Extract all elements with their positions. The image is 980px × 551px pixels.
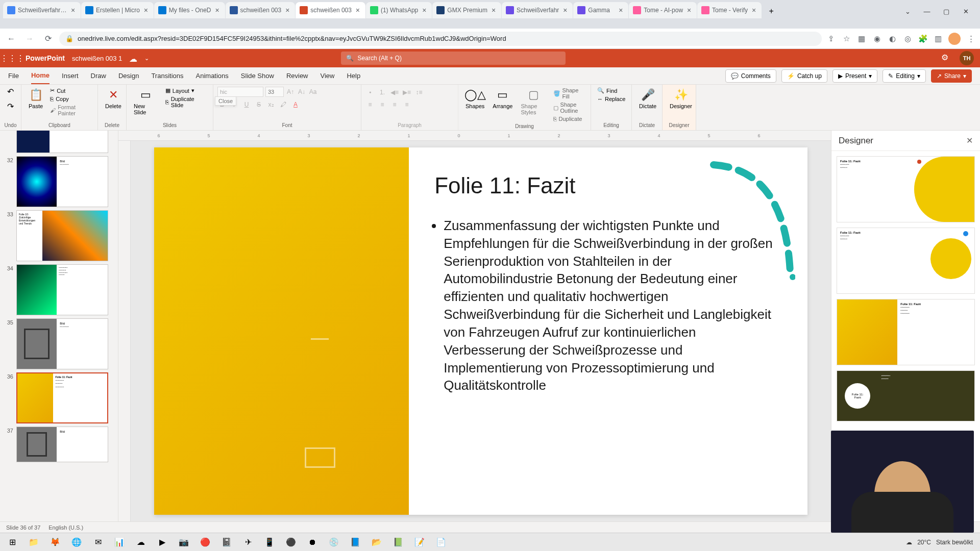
shape-styles-button[interactable]: ▢Shape Styles — [518, 87, 549, 116]
dictate-button[interactable]: 🎤Dictate — [636, 87, 659, 110]
find-button[interactable]: 🔍Find — [595, 87, 627, 94]
taskbar-outlook[interactable]: ✉ — [88, 534, 108, 550]
align-center-button[interactable]: ≡ — [378, 100, 387, 109]
extension-icon[interactable]: ▥ — [933, 34, 943, 44]
bullets-button[interactable]: ⦁ — [365, 88, 375, 97]
browser-tab[interactable]: Schweißverfahren× — [3, 2, 81, 18]
duplicate-slide-button[interactable]: ⎘Duplicate Slide — [163, 95, 209, 109]
close-icon[interactable]: × — [561, 7, 569, 14]
change-case-icon[interactable]: Aa — [308, 87, 317, 96]
tab-help[interactable]: Help — [347, 68, 360, 84]
duplicate-button[interactable]: ⎘Duplicate — [551, 115, 586, 122]
taskbar-app[interactable]: ⏺ — [302, 534, 323, 550]
numbering-button[interactable]: 1. — [378, 88, 387, 97]
extension-icon[interactable]: ◐ — [887, 34, 897, 44]
browser-tab[interactable]: Gamma× — [573, 2, 628, 18]
designer-button[interactable]: ✨Designer — [667, 87, 695, 110]
increase-font-icon[interactable]: A↑ — [286, 87, 295, 96]
chevron-down-icon[interactable]: ⌄ — [144, 55, 149, 62]
menu-icon[interactable]: ⋮ — [966, 34, 976, 44]
design-suggestion[interactable]: Folie 11:Fazit▪▪▪▪▪▪▪▪▪▪▪▪▪▪▪▪▪▪ — [837, 370, 975, 421]
close-button[interactable]: ✕ — [957, 4, 975, 18]
increase-indent-button[interactable]: ▶≡ — [402, 88, 411, 97]
close-icon[interactable]: × — [142, 7, 150, 14]
extension-icon[interactable]: ◉ — [872, 34, 882, 44]
arrange-button[interactable]: ▭Arrange — [489, 87, 516, 110]
tab-home[interactable]: Home — [31, 67, 50, 84]
taskbar-vlc[interactable]: ▶ — [152, 534, 173, 550]
browser-tab[interactable]: schweißen 003× — [226, 2, 296, 18]
taskbar-firefox[interactable]: 🦊 — [45, 534, 65, 550]
extension-icon[interactable]: ◎ — [902, 34, 913, 44]
user-avatar[interactable]: TH — [960, 51, 974, 65]
close-icon[interactable]: × — [214, 7, 221, 14]
design-suggestion[interactable]: Folie 11: Fazit▪▪▪▪▪▪▪▪▪▪▪▪▪▪▪▪▪▪ — [837, 156, 975, 222]
app-launcher-icon[interactable]: ⋮⋮⋮ — [6, 52, 18, 64]
new-tab-button[interactable]: + — [764, 4, 778, 18]
slide-editor[interactable]: Folie 11: Fazit Zusammenfassung der wich… — [131, 141, 831, 521]
present-button[interactable]: ▶Present▾ — [832, 69, 877, 83]
temperature[interactable]: 20°C — [917, 539, 931, 546]
extension-icon[interactable]: ▦ — [856, 34, 867, 44]
delete-button[interactable]: ✕Delete — [102, 87, 125, 110]
strikethrough-button[interactable]: S — [254, 100, 263, 109]
layout-button[interactable]: ▦Layout▾ — [163, 87, 209, 94]
subscript-button[interactable]: x₂ — [266, 100, 276, 109]
line-spacing-button[interactable]: ↕≡ — [414, 88, 424, 97]
tab-view[interactable]: View — [321, 68, 335, 84]
taskbar-app[interactable]: 📷 — [174, 534, 194, 550]
taskbar-app[interactable]: 📱 — [259, 534, 280, 550]
thumbnail-item-selected[interactable]: 36 Folie 11: Fazit▪▪▪▪▪▪▪▪▪▪▪▪▪▪▪▪▪▪▪▪▪▪… — [4, 372, 114, 423]
thumbnail-item[interactable]: 37 Bild — [4, 427, 114, 462]
document-name[interactable]: schweißen 003 1 — [72, 55, 122, 62]
star-icon[interactable]: ☆ — [841, 34, 851, 44]
taskbar-app[interactable]: 📂 — [366, 534, 387, 550]
tab-insert[interactable]: Insert — [62, 68, 79, 84]
thumbnail-item[interactable]: 33 Folie 10:ZukünftigeEntwicklungenund T… — [4, 210, 114, 261]
browser-tab[interactable]: GMX Premium× — [432, 2, 501, 18]
browser-tab[interactable]: Tome - AI-pow× — [629, 2, 697, 18]
align-left-button[interactable]: ≡ — [365, 100, 375, 109]
taskbar-notepad[interactable]: 📝 — [409, 534, 430, 550]
taskbar-obs[interactable]: ⚫ — [281, 534, 301, 550]
align-right-button[interactable]: ≡ — [390, 100, 399, 109]
underline-button[interactable]: U — [242, 100, 251, 109]
browser-tab[interactable]: Schweißverfahr× — [502, 2, 573, 18]
browser-tab[interactable]: My files - OneD× — [154, 2, 225, 18]
slide[interactable]: Folie 11: Fazit Zusammenfassung der wich… — [154, 147, 807, 515]
browser-tab[interactable]: (1) WhatsApp× — [366, 2, 432, 18]
slide-counter[interactable]: Slide 36 of 37 — [6, 524, 40, 531]
close-icon[interactable]: × — [750, 7, 757, 14]
share-button[interactable]: ↗Share▾ — [931, 69, 972, 83]
close-icon[interactable]: × — [69, 7, 77, 14]
design-suggestion[interactable]: Folie 11: Fazit▪▪▪▪▪▪▪▪▪▪▪▪▪▪▪▪▪▪▪▪▪▪▪▪▪… — [837, 299, 975, 365]
share-icon[interactable]: ⇪ — [826, 34, 836, 44]
close-icon[interactable]: × — [685, 7, 693, 14]
decrease-indent-button[interactable]: ◀≡ — [390, 88, 399, 97]
browser-tab[interactable]: Tome - Verify× — [697, 2, 762, 18]
close-icon[interactable]: × — [284, 7, 291, 14]
taskbar-excel[interactable]: 📗 — [388, 534, 408, 550]
address-bar[interactable]: 🔒 onedrive.live.com/edit.aspx?resid=3DE0… — [59, 32, 822, 46]
forward-button[interactable]: → — [22, 32, 37, 46]
back-button[interactable]: ← — [4, 32, 18, 46]
close-icon[interactable]: × — [354, 7, 361, 14]
comments-button[interactable]: 💬Comments — [725, 69, 776, 83]
thumbnail-item[interactable]: 34 ▪▪▪▪▪▪▪▪▪▪▪▪▪▪▪▪▪▪▪▪▪▪▪▪▪▪▪▪▪▪▪▪▪▪▪▪▪… — [4, 264, 114, 315]
maximize-button[interactable]: ▢ — [937, 4, 955, 18]
decrease-font-icon[interactable]: A↓ — [297, 87, 306, 96]
catchup-button[interactable]: ⚡Catch up — [781, 69, 827, 83]
tab-draw[interactable]: Draw — [91, 68, 106, 84]
shape-fill-button[interactable]: 🪣Shape Fill — [551, 87, 586, 100]
weather-text[interactable]: Stark bewölkt — [936, 539, 973, 546]
justify-button[interactable]: ≡ — [402, 100, 411, 109]
editing-button[interactable]: ✎Editing▾ — [883, 69, 926, 83]
highlight-button[interactable]: 🖍 — [279, 100, 288, 109]
close-icon[interactable]: ✕ — [966, 136, 973, 145]
cut-button[interactable]: ✂Cut — [48, 87, 93, 94]
thumbnail-item[interactable]: 32 Bild▪▪▪▪▪▪▪▪▪▪ — [4, 156, 114, 207]
font-size-combo[interactable]: 33 — [265, 87, 284, 97]
paste-button[interactable]: 📋Paste — [26, 87, 46, 110]
close-icon[interactable]: × — [421, 7, 428, 14]
thumbnail-item[interactable]: 35 Bild▪▪▪▪▪▪▪▪▪▪ — [4, 318, 114, 369]
